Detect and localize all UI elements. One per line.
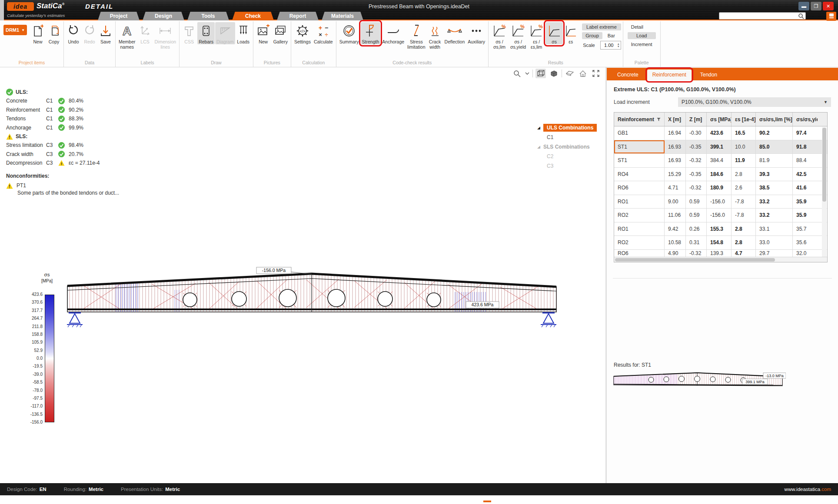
scale-spinner[interactable]: 1.00 ▲▼ [600,41,621,50]
tab-project[interactable]: Project [98,12,140,20]
summary-button[interactable]: Summary [338,22,360,44]
ss-sslim-button[interactable]: % σs / σs,lim [490,22,509,50]
table-row[interactable]: ST116.93-0.35399.110.085.091.8 [614,140,827,154]
column-header-epsilon[interactable]: εs [1e-4] [732,113,756,126]
tab-design[interactable]: Design [143,12,184,20]
column-header-yield[interactable]: σs/σs,yiel [793,113,818,126]
gallery-button[interactable]: Gallery [272,22,289,44]
wireframe-view-button[interactable] [535,69,546,78]
tree-item-c3[interactable]: C3 [537,161,597,171]
table-row[interactable]: RO19.420.26155.32.833.135.7 [614,222,827,236]
drm-selector[interactable]: DRM1▼ [3,25,27,35]
table-row[interactable]: RO415.29-0.35184.62.839.342.5 [614,168,827,182]
table-cell: 88.4 [793,154,818,167]
website-link[interactable]: www.ideastatica.com [785,487,831,492]
epsilon-s-button[interactable]: εs [563,22,578,44]
search-icon[interactable] [798,13,804,19]
horizontal-scrollbar[interactable] [614,257,827,262]
load-increment-select[interactable]: P100.0%, G100.0%, V100.0% ▼ [678,97,831,107]
label-extreme-button[interactable]: Label extreme [582,23,621,30]
document-quick-button[interactable] [826,12,836,21]
search-input[interactable] [719,13,798,19]
tree-expander-icon[interactable]: ◢ [537,126,543,130]
solid-view-button[interactable] [549,69,559,78]
tab-tools[interactable]: Tools [187,12,229,20]
palette-load-button[interactable]: Load [628,32,656,39]
tree-item-c2[interactable]: C2 [537,152,597,161]
column-header-reinforcement[interactable]: Reinforcement [614,113,665,126]
minimize-button[interactable]: ▬ [798,2,809,10]
preview-min-label: -13.0 MPa [763,373,786,378]
search-box[interactable] [719,12,806,20]
beam-view[interactable]: -156.0 MPa 423.6 MPa [65,266,561,346]
scrollbar-thumb[interactable] [822,128,826,202]
es-eslim-button[interactable]: % εs / εs,lim [528,22,545,50]
undo-button[interactable]: Undo [66,22,81,44]
palette-increment-button[interactable]: Increment [628,41,656,48]
filter-icon[interactable] [657,117,661,122]
table-row[interactable]: ST116.93-0.32384.411.981.988.4 [614,154,827,168]
column-header-z[interactable]: Z [m] [686,113,707,126]
stress-limitation-button[interactable]: Stress limitation [406,22,426,50]
strength-button[interactable]: Strength [361,22,381,44]
loads-button[interactable]: Loads [236,22,251,44]
column-header-sigma[interactable]: σs [MPa] [707,113,732,126]
deflection-button[interactable]: Deflection [443,22,466,44]
button-label: Save [100,39,111,44]
table-row[interactable]: GB116.94-0.30423.616.590.297.4 [614,126,827,140]
settings-button[interactable]: </> Settings [293,22,312,44]
check-value: εc = 27.11e-4 [69,160,100,166]
member-names-button[interactable]: A Member names [117,22,137,50]
table-row[interactable]: RO19.000.59-156.0-7.833.235.9 [614,195,827,209]
table-row[interactable]: RO210.580.31154.82.833.035.6 [614,236,827,250]
column-header-x[interactable]: X [m] [665,113,686,126]
table-row[interactable]: RO64.71-0.32180.92.638.541.6 [614,181,827,195]
panel-tab-tendon[interactable]: Tendon [695,70,722,80]
tree-expander-icon[interactable]: ◢ [537,145,543,149]
tree-item-uls[interactable]: ◢ ULS Combinations [537,123,597,133]
nonconformities-title: Nonconformities: [6,173,119,182]
tab-check[interactable]: Check [232,12,274,20]
scale-value: -39.0 [33,372,43,377]
anchorage-button[interactable]: Anchorage [381,22,406,44]
scrollbar-thumb[interactable] [615,258,775,262]
header-label: σs [MPa] [710,116,732,123]
crack-width-button[interactable]: Crack width [427,22,443,50]
tree-item-sls[interactable]: ◢ SLS Combinations [537,142,597,152]
drm-label: DRM1 [6,27,19,33]
palette-detail-button[interactable]: Detail [628,23,656,30]
ss-ssyield-button[interactable]: % σs / σs,yield [509,22,527,50]
copy-project-item-button[interactable]: Copy [46,22,62,44]
nonconformity-item[interactable]: ! PT1 [6,182,119,190]
panel-tab-reinforcement[interactable]: Reinforcement [647,70,692,80]
section-clip-button[interactable] [565,69,575,78]
zoom-dropdown-chevron-icon[interactable] [525,69,530,78]
new-project-item-button[interactable]: New [30,22,46,44]
zoom-search-icon[interactable] [512,69,522,78]
home-view-button[interactable] [578,69,588,78]
vertical-scrollbar[interactable] [822,127,827,257]
column-header-lim[interactable]: σs/σs,lim [%] [756,113,793,126]
sigma-s-button[interactable]: σs [545,22,563,44]
save-button[interactable]: Save [98,22,113,44]
table-row[interactable]: RO64.90-0.32139.34.729.732.0 [614,250,827,257]
fit-view-button[interactable] [591,69,601,78]
panel-tab-concrete[interactable]: Concrete [612,70,644,80]
calculate-button[interactable]: +−×÷ Calculate [313,22,334,44]
ribbon-group-code-check: Summary Strength Anchorage [336,21,489,67]
table-cell: RO1 [614,195,665,209]
tree-item-c1[interactable]: C1 [537,133,597,142]
rebars-button[interactable]: Rebars [197,22,215,44]
maximize-button[interactable]: ❒ [811,2,821,10]
auxiliary-button[interactable]: Auxiliary [466,22,486,44]
main-canvas[interactable]: ULS: ConcreteC180.4% ReinforcementC190.2… [0,67,605,483]
spinner-arrows[interactable]: ▲▼ [617,43,621,48]
tab-report[interactable]: Report [277,12,319,20]
group-toggle-button[interactable]: Group [582,32,602,39]
tab-materials[interactable]: Materials [322,12,363,20]
bar-result-preview[interactable]: 399.1 MPa -13.0 MPa [612,369,786,394]
lcs-button: LCS [137,22,153,44]
table-row[interactable]: RO211.060.59-156.0-7.833.235.9 [614,209,827,222]
new-picture-button[interactable]: New [255,22,272,44]
close-button[interactable]: ✕ [823,2,834,10]
